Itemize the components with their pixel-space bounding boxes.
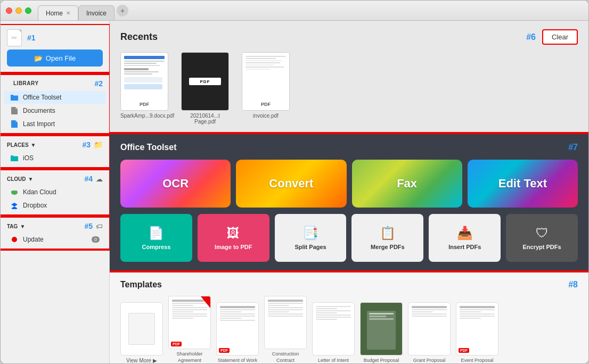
minimize-button[interactable] [15,7,22,14]
tool-merge-pdfs-label: Merge PDFs [371,244,405,250]
template-name-3: Letter of Intent [318,358,349,363]
sidebar-item-last-import[interactable]: Last Import [4,118,106,130]
tool-convert-label: Convert [269,177,313,191]
recent-file-2[interactable]: PDF invoice.pdf [242,52,290,125]
template-item-1[interactable]: PDF Statement of Work [216,302,259,363]
clear-button[interactable]: Clear [542,29,578,45]
import-icon [10,120,19,128]
places-add-icon[interactable]: 📁 [94,140,103,149]
templates-title: Templates [120,280,162,289]
templates-view-more[interactable]: View More ▶ [120,302,163,363]
tab-home-close[interactable]: ✕ [66,10,70,16]
open-file-button[interactable]: 📂 Open File [7,49,103,67]
template-item-4[interactable]: Budget Proposal [360,302,403,363]
template-thumb-0: PDF [168,296,211,349]
svg-point-4 [12,237,17,242]
kdan-cloud-icon [10,188,19,196]
sidebar-item-dropbox[interactable]: Dropbox [4,199,106,212]
cloud-chevron-icon: ▼ [28,176,34,182]
templates-section: Templates #8 View More ▶ [110,271,588,363]
tool-merge-pdfs[interactable]: 📋 Merge PDFs [351,214,423,262]
section-num-3: #3 [82,140,91,149]
tool-encrypt-pdfs[interactable]: 🛡 Encrypt PDFs [506,214,578,262]
sidebar-item-office-toolset-label: Office Toolset [23,94,61,101]
places-chevron-icon: ▼ [31,142,36,148]
open-file-icon: 📂 [34,54,43,62]
open-file-label: Open File [46,54,76,62]
svg-marker-3 [11,203,18,209]
tag-section: TAG ▼ #5 🏷 Update 0 [1,218,109,250]
tab-invoice-label: Invoice [86,10,107,17]
tools-bottom-row: 📄 Compress 🖼 Image to PDF 📑 Split Pages … [120,214,578,262]
sidebar-item-last-import-label: Last Import [23,120,55,128]
template-name-0: Shareholder Agreement [168,351,211,363]
template-name-4: Budget Proposal [364,358,399,363]
template-item-5[interactable]: Grant Proposal [408,302,451,363]
template-thumb-6: PDF [456,302,498,355]
places-section: PLACES ▼ #3 📁 iOS [1,136,109,168]
tab-home-label: Home [46,10,63,17]
tool-fax[interactable]: Fax [352,160,462,208]
recent-file-name-0: SparkAmp...9.docx.pdf [120,113,168,119]
recent-file-name-2: invoice.pdf [253,113,279,119]
template-thumb-4 [360,302,403,355]
pdf-badge-6: PDF [459,348,469,353]
tab-bar: Home ✕ Invoice + [38,1,128,20]
recent-file-1[interactable]: PDF 20210614...t Page.pdf [181,52,229,125]
view-more-thumb [120,302,163,355]
maximize-button[interactable] [25,7,31,14]
tool-encrypt-pdfs-label: Encrypt PDFs [522,244,561,250]
sidebar-item-kdan-cloud-label: Kdan Cloud [23,188,56,196]
tool-insert-pdfs[interactable]: 📥 Insert PDFs [429,214,501,262]
sidebar-item-update[interactable]: Update 0 [4,233,106,246]
tab-home[interactable]: Home ✕ [38,5,78,20]
recent-files-list: PDF SparkAmp...9.docx.pdf PDF [120,52,578,125]
tool-split-pages[interactable]: 📑 Split Pages [275,214,347,262]
tab-invoice[interactable]: Invoice [78,5,114,20]
document-icon [10,106,19,115]
tool-compress[interactable]: 📄 Compress [120,214,192,262]
toolset-section: Office Toolset #7 OCR Convert Fax Edit T… [110,133,588,271]
ios-folder-icon [10,154,19,162]
library-title: LIBRARY [7,78,45,88]
tool-convert[interactable]: Convert [236,160,346,208]
template-thumb-5 [408,302,451,355]
tool-image-to-pdf[interactable]: 🖼 Image to PDF [198,214,269,262]
templates-num-label: #8 [568,280,578,289]
tag-title: TAG [7,224,18,229]
close-button[interactable] [6,7,12,14]
sidebar-item-documents[interactable]: Documents [4,104,106,117]
sidebar-item-documents-label: Documents [23,107,55,114]
template-thumb-2 [264,296,307,349]
places-title: PLACES [7,142,29,148]
insert-pdfs-icon: 📥 [457,226,473,241]
traffic-lights [6,7,31,14]
pdf-badge-1: PDF [219,348,230,353]
cloud-upload-icon[interactable]: ☁ [96,175,103,183]
image-to-pdf-icon: 🖼 [227,226,240,241]
add-tab-button[interactable]: + [117,5,128,16]
tag-add-icon[interactable]: 🏷 [96,222,103,230]
update-badge: 0 [92,236,100,243]
pdf-badge-0: PDF [171,342,182,346]
template-name-5: Grant Proposal [413,358,446,363]
sidebar-item-office-toolset[interactable]: Office Toolset [4,91,106,104]
template-item-6[interactable]: PDF Event Proposal [456,302,498,363]
svg-point-2 [14,191,18,194]
tool-ocr[interactable]: OCR [120,160,231,208]
sidebar-item-ios[interactable]: iOS [4,152,106,164]
recents-section: Recents #6 Clear [110,21,588,133]
tool-edit-text[interactable]: Edit Text [468,160,578,208]
template-item-3[interactable]: Letter of Intent [312,302,355,363]
main-content: Recents #6 Clear [110,21,588,363]
sidebar-item-kdan-cloud[interactable]: Kdan Cloud [4,186,106,198]
template-thumb-3 [312,302,355,355]
sidebar-item-update-label: Update [23,236,44,243]
template-item-2[interactable]: Construction Contract [264,296,307,363]
pdf-mini-preview: PDF [7,29,22,46]
recent-file-0[interactable]: PDF SparkAmp...9.docx.pdf [120,52,168,125]
template-item-0[interactable]: PDF Shareholder Agreement [168,296,211,363]
tag-chevron-icon: ▼ [20,224,25,229]
tool-split-pages-label: Split Pages [294,244,326,250]
cloud-section: CLOUD ▼ #4 ☁ Kdan Cloud [1,170,109,216]
